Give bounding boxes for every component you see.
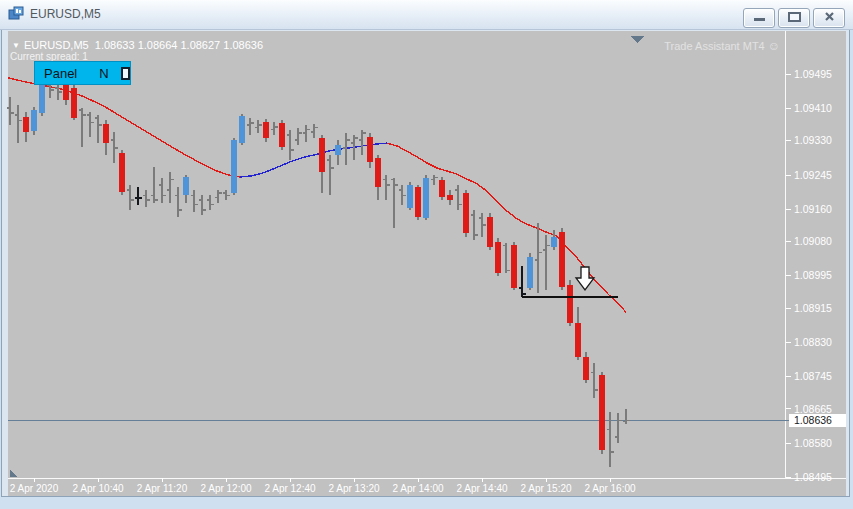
chart-window-icon: [8, 6, 24, 22]
quote-values: EURUSD,M5 1.08633 1.08664 1.08627 1.0863…: [24, 39, 263, 51]
minimize-button[interactable]: [743, 8, 775, 28]
svg-text:1.08580: 1.08580: [794, 437, 832, 449]
svg-text:1.08830: 1.08830: [794, 336, 832, 348]
svg-text:1.09160: 1.09160: [794, 203, 832, 215]
svg-text:2 Apr 2020: 2 Apr 2020: [10, 483, 59, 494]
svg-text:1.09080: 1.09080: [794, 235, 832, 247]
svg-text:2 Apr 14:00: 2 Apr 14:00: [392, 483, 444, 494]
svg-text:1.09330: 1.09330: [794, 134, 832, 146]
close-icon: [824, 12, 835, 22]
svg-text:1.09495: 1.09495: [794, 68, 832, 80]
minimize-icon: [754, 18, 765, 21]
svg-text:1.08665: 1.08665: [794, 403, 832, 415]
svg-text:1.09245: 1.09245: [794, 169, 832, 181]
brand-text: Trade Assistant MT4: [664, 40, 764, 52]
svg-text:1.09410: 1.09410: [794, 102, 832, 114]
collapse-triangle-icon[interactable]: ▼: [12, 41, 20, 50]
svg-text:2 Apr 12:00: 2 Apr 12:00: [200, 483, 252, 494]
chart-background: [8, 31, 846, 496]
svg-text:2 Apr 12:40: 2 Apr 12:40: [264, 483, 316, 494]
trade-panel[interactable]: Panel N: [34, 61, 131, 85]
quote-header: ▼EURUSD,M5 1.08633 1.08664 1.08627 1.086…: [12, 39, 263, 51]
svg-text:2 Apr 14:40: 2 Apr 14:40: [456, 483, 508, 494]
svg-text:2 Apr 10:40: 2 Apr 10:40: [72, 483, 124, 494]
svg-text:1.08915: 1.08915: [794, 302, 832, 314]
panel-n-button[interactable]: N: [99, 66, 108, 81]
window-title: EURUSD,M5: [30, 7, 101, 21]
restore-button[interactable]: [778, 8, 810, 28]
svg-text:2 Apr 13:20: 2 Apr 13:20: [328, 483, 380, 494]
svg-text:2 Apr 16:00: 2 Apr 16:00: [584, 483, 636, 494]
svg-text:2 Apr 11:20: 2 Apr 11:20: [137, 483, 188, 494]
svg-text:2 Apr 15:20: 2 Apr 15:20: [520, 483, 572, 494]
trade-assistant-label: Trade Assistant MT4☺: [664, 39, 780, 53]
desktop-background: 1.094951.094101.093301.092451.091601.090…: [0, 0, 853, 509]
window-titlebar[interactable]: EURUSD,M5: [0, 0, 853, 30]
svg-text:1.08636: 1.08636: [794, 414, 832, 426]
svg-text:1.08495: 1.08495: [794, 471, 832, 483]
panel-title: Panel: [44, 66, 77, 81]
restore-icon: [788, 12, 801, 22]
smiley-icon: ☺: [768, 39, 780, 53]
panel-square-button[interactable]: [121, 67, 130, 80]
close-button[interactable]: [813, 8, 845, 28]
svg-text:1.08745: 1.08745: [794, 370, 832, 382]
svg-text:1.08995: 1.08995: [794, 269, 832, 281]
